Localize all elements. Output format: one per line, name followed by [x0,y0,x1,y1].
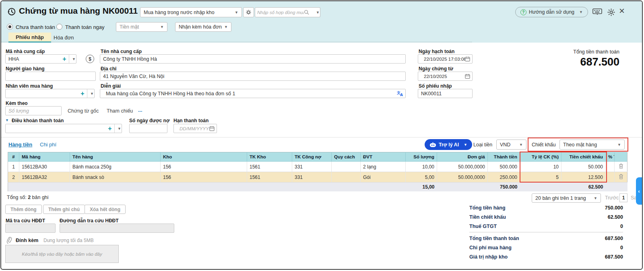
page-size-select[interactable]: 20 bản ghi trên 1 trang ▼ [532,193,601,203]
radio-not-paid[interactable] [7,24,13,30]
reference-more-link[interactable]: ... [138,107,142,113]
calendar-icon[interactable] [465,56,470,62]
tab-costs[interactable]: Chi phí [40,142,56,148]
contract-settings-button[interactable] [243,7,254,17]
receipt-no-input[interactable] [418,89,473,98]
calendar-icon[interactable] [465,74,470,79]
summary-row: Giá trị nhập kho687.500 [469,254,623,260]
tab-invoice[interactable]: Hóa đơn [46,33,81,42]
side-panel-toggle[interactable]: ‹ [636,177,642,205]
history-icon[interactable] [6,7,16,18]
add-row-button[interactable]: Thêm dòng [5,205,42,214]
delete-row-icon[interactable] [619,163,623,170]
chevron-down-icon: ▼ [160,25,164,29]
contract-search [255,7,314,17]
radio-pay-now[interactable] [56,24,62,30]
lookup-code-label: Mã tra cứu HĐĐT [6,218,45,224]
lookup-url-label: Đường dẫn tra cứu HĐĐT [60,218,119,224]
total-payment-value: 687.500 [580,56,619,68]
file-dropzone[interactable]: Kéo/thả tệp vào đây hoặc bấm vào đây [5,245,119,263]
total-quantity: 15,00 [406,183,437,192]
buyer-dropdown-button[interactable]: ▼ [87,89,94,98]
current-page-box[interactable]: 1 [619,193,627,202]
keyboard-shortcut-icon[interactable] [592,8,602,18]
buyer-combo: + ▼ [5,89,95,98]
translate-icon[interactable]: 文A [397,91,403,96]
doc-date-input[interactable] [421,74,465,79]
buyer-input[interactable] [6,89,78,98]
chevron-down-icon: ▼ [519,143,523,147]
lookup-url-input[interactable] [60,224,174,233]
document-type-select[interactable]: Mua hàng trong nước nhập kho ▼ [140,7,242,17]
debt-days-input[interactable] [129,124,167,133]
search-icon [304,10,309,15]
summary-row: Tổng tiền hàng750.000 [469,205,623,211]
collapse-triangle-icon[interactable]: ▼ [5,118,9,122]
contract-search-dropdown[interactable]: ▼ [313,7,320,17]
due-date-input[interactable] [177,126,209,131]
posting-date-input[interactable] [421,57,465,62]
contract-search-input[interactable] [257,10,304,15]
chevron-down-icon: ▼ [594,196,597,200]
add-supplier-icon[interactable]: + [60,55,69,63]
invoice-mode-select[interactable]: Nhận kèm hóa đơn ▼ [175,22,231,32]
attached-qty-input[interactable] [5,106,62,115]
summary-divider [469,232,623,232]
add-buyer-icon[interactable]: + [78,89,87,98]
ai-assistant-button[interactable]: Trợ lý AI ▼ [425,139,472,150]
description-label: Diễn giải [101,83,121,89]
total-discount: 62.500 [561,183,606,192]
payment-terms-input[interactable] [6,124,105,133]
summary-row: Chi phí mua hàng0 [469,245,623,250]
discount-type-label: Chiết khấu [532,142,556,148]
doc-date-field [418,72,473,81]
terms-dropdown-button[interactable]: ▼ [114,124,122,133]
deliverer-input[interactable] [5,72,96,81]
chevron-left-icon: ‹ [638,188,640,194]
summary-row: Thuế GTGT0 [469,224,623,229]
payment-terms-label: Điều khoản thanh toán [12,118,64,123]
radio-not-paid-label: Chưa thanh toán [16,24,55,30]
chevron-down-icon: ▼ [90,92,94,96]
debt-days-label: Số ngày được nợ [129,118,169,123]
record-count: Tổng số: 2 bản ghi [7,195,49,200]
table-header-row: # Mã hàng Tên hàng Kho TK Kho TK Công nợ… [8,152,627,162]
add-terms-icon[interactable]: + [105,124,114,133]
due-date-label: Hạn thanh toán [173,118,208,123]
discount-type-select[interactable]: Theo mặt hàng ▼ [559,140,625,150]
section-divider [1,137,642,138]
reference-label: Tham chiếu [107,108,133,114]
paperclip-icon [6,237,12,244]
receipt-no-label: Số phiếu nhập [419,83,452,89]
chevron-down-icon: ▼ [316,10,320,14]
add-note-button[interactable]: Thêm ghi chú [43,205,85,214]
supplier-dropdown-button[interactable]: ▼ [69,55,76,63]
currency-label: Loại tiền [473,142,492,148]
tab-receipt[interactable]: Phiếu nhập [8,33,51,43]
close-icon[interactable]: × [619,6,625,16]
supplier-code-input[interactable] [6,55,60,63]
help-guide-button[interactable]: ? Hướng dẫn sử dụng ▼ [515,7,588,17]
lookup-code-input[interactable] [5,224,56,233]
table-row[interactable]: 1 15612BA30 Bánh macca 250g 156 1561 331… [8,162,627,172]
clear-rows-button[interactable]: Xóa hết dòng [85,205,126,214]
table-row-selected[interactable]: 2 15612BA32 Bánh snack sò 156 1561 331 G… [8,172,627,183]
description-input[interactable] [103,91,397,96]
page-title: Chứng từ mua hàng NK00011 [19,6,138,16]
supplier-balance-icon[interactable]: $ [86,55,94,63]
payment-method-select[interactable]: Tiền mặt ▼ [116,22,167,32]
attachment-label: Đính kèm [16,238,38,243]
calendar-icon[interactable] [209,126,215,131]
address-input[interactable] [100,72,406,81]
supplier-name-input[interactable] [100,54,406,64]
tab-goods-money[interactable]: Hàng tiền [8,142,32,148]
currency-select[interactable]: VND ▼ [496,140,526,150]
chevron-down-icon: ▼ [235,10,238,14]
settings-gear-icon[interactable] [607,8,615,18]
delete-row-icon[interactable] [619,174,623,181]
prev-page-button[interactable]: Trước [605,195,619,201]
total-payment-label: Tổng tiền thanh toán [573,49,619,55]
buyer-label: Nhân viên mua hàng [6,83,53,89]
due-date-field [173,124,217,133]
description-field: 文A [100,89,406,98]
